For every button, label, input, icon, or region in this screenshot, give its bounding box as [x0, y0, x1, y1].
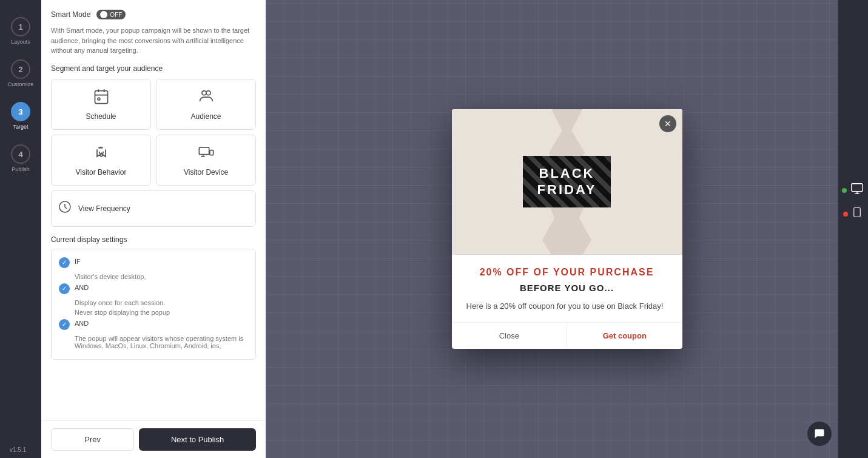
popup-modal: ✕ BLACK FRIDAY: [452, 109, 682, 349]
popup-body: 20% OFF OF YOUR PURCHASE BEFORE YOU GO..…: [452, 255, 682, 349]
audience-label: Audience: [190, 112, 221, 121]
and-2-label: AND: [75, 318, 89, 329]
targeting-grid-top: Schedule Audience: [51, 79, 256, 130]
and-2-badge: ✓: [59, 319, 70, 330]
chat-bubble[interactable]: [807, 422, 832, 446]
panel-footer: v1.5.1 Prev Next to Publish: [41, 420, 266, 458]
targeting-panel: Smart Mode OFF With Smart mode, your pop…: [41, 0, 266, 458]
current-settings-title: Current display settings: [51, 235, 256, 244]
condition-if: ✓ IF: [59, 257, 248, 268]
view-frequency-icon: [58, 200, 72, 218]
step-1-layouts[interactable]: 1 Layouts: [0, 12, 41, 50]
and-1-label: AND: [75, 283, 89, 293]
step-3-label: Target: [13, 124, 28, 130]
smart-mode-state: OFF: [110, 12, 122, 18]
step-2-label: Customize: [8, 81, 34, 87]
svg-rect-0: [95, 90, 107, 103]
svg-rect-12: [852, 184, 863, 192]
next-to-publish-button[interactable]: Next to Publish: [139, 428, 256, 451]
svg-point-5: [202, 90, 206, 95]
svg-point-6: [206, 90, 210, 95]
targeting-card-view-frequency[interactable]: View Frequency: [51, 190, 256, 227]
bf-line1: BLACK: [537, 166, 597, 181]
step-2-circle: 2: [11, 59, 30, 79]
smart-mode-label: Smart Mode: [51, 10, 90, 19]
popup-headline: 20% OFF OF YOUR PURCHASE: [466, 267, 668, 278]
panel-content: Smart Mode OFF With Smart mode, your pop…: [41, 0, 266, 420]
step-4-circle: 4: [11, 144, 30, 164]
preview-area: ✕ BLACK FRIDAY: [266, 0, 868, 458]
smart-mode-row: Smart Mode OFF: [51, 10, 256, 19]
svg-rect-7: [199, 147, 209, 154]
black-friday-box: BLACK FRIDAY: [523, 156, 611, 207]
mobile-icon: [852, 206, 863, 222]
step-3-circle: 3: [11, 102, 30, 121]
step-4-publish[interactable]: 4 Publish: [0, 140, 41, 177]
if-badge: ✓: [59, 257, 70, 268]
step-2-customize[interactable]: 2 Customize: [0, 55, 41, 92]
if-label: IF: [75, 257, 81, 267]
desktop-dot: [842, 188, 847, 193]
bf-line2: FRIDAY: [537, 182, 597, 198]
settings-box: ✓ IF Visitor's device desktop, ✓ AND Dis…: [51, 249, 256, 360]
step-1-circle: 1: [11, 17, 30, 36]
visitor-behavior-icon: [93, 144, 110, 164]
targeting-card-audience[interactable]: Audience: [156, 79, 256, 130]
segment-title: Segment and target your audience: [51, 64, 256, 73]
stop-condition: Never stop displaying the popup: [59, 309, 248, 316]
targeting-card-visitor-device[interactable]: Visitor Device: [156, 135, 256, 186]
condition-and-1: ✓ AND: [59, 283, 248, 294]
device-condition: Visitor's device desktop,: [59, 273, 248, 280]
popup-image-area: BLACK FRIDAY: [452, 109, 682, 255]
popup-get-coupon-button[interactable]: Get coupon: [567, 323, 682, 349]
black-friday-center: BLACK FRIDAY: [523, 156, 611, 207]
visitor-behavior-label: Visitor Behavior: [76, 168, 127, 177]
targeting-card-schedule[interactable]: Schedule: [51, 79, 151, 130]
schedule-label: Schedule: [86, 112, 116, 121]
popup-description: Here is a 20% off coupon for you to use …: [466, 300, 668, 313]
visitor-device-icon: [198, 144, 215, 164]
popup-subheadline: BEFORE YOU GO...: [466, 283, 668, 293]
device-desktop-item[interactable]: [842, 182, 864, 198]
and-1-badge: ✓: [59, 283, 70, 294]
schedule-icon: [93, 88, 110, 109]
popup-close-button[interactable]: Close: [452, 323, 568, 349]
smart-mode-toggle[interactable]: OFF: [96, 10, 126, 19]
step-1-label: Layouts: [11, 39, 30, 45]
smart-mode-description: With Smart mode, your popup campaign wil…: [51, 25, 256, 56]
condition-and-2: ✓ AND: [59, 318, 248, 330]
svg-rect-4: [98, 98, 100, 100]
session-condition: Display once for each session.: [59, 299, 248, 306]
device-mobile-item[interactable]: [843, 206, 863, 222]
visitor-device-label: Visitor Device: [184, 168, 228, 177]
prev-button[interactable]: Prev: [51, 428, 134, 451]
view-frequency-label: View Frequency: [78, 204, 130, 213]
step-4-label: Publish: [12, 166, 30, 172]
os-condition: The popup will appear visitors whose ope…: [59, 335, 248, 349]
svg-rect-8: [209, 150, 213, 155]
device-sidebar: [838, 0, 868, 458]
bf-text: BLACK FRIDAY: [537, 166, 597, 198]
popup-close-x-button[interactable]: ✕: [659, 115, 676, 132]
steps-sidebar: 1 Layouts 2 Customize 3 Target 4 Publish: [0, 0, 41, 458]
desktop-icon: [850, 182, 864, 198]
targeting-grid-middle: Visitor Behavior Visitor Device: [51, 135, 256, 186]
svg-rect-15: [854, 208, 861, 217]
popup-actions: Close Get coupon: [452, 322, 682, 349]
targeting-card-visitor-behavior[interactable]: Visitor Behavior: [51, 135, 151, 186]
toggle-knob: [100, 11, 107, 18]
mobile-dot: [843, 212, 848, 217]
audience-icon: [198, 88, 215, 109]
step-3-target[interactable]: 3 Target: [0, 97, 41, 135]
